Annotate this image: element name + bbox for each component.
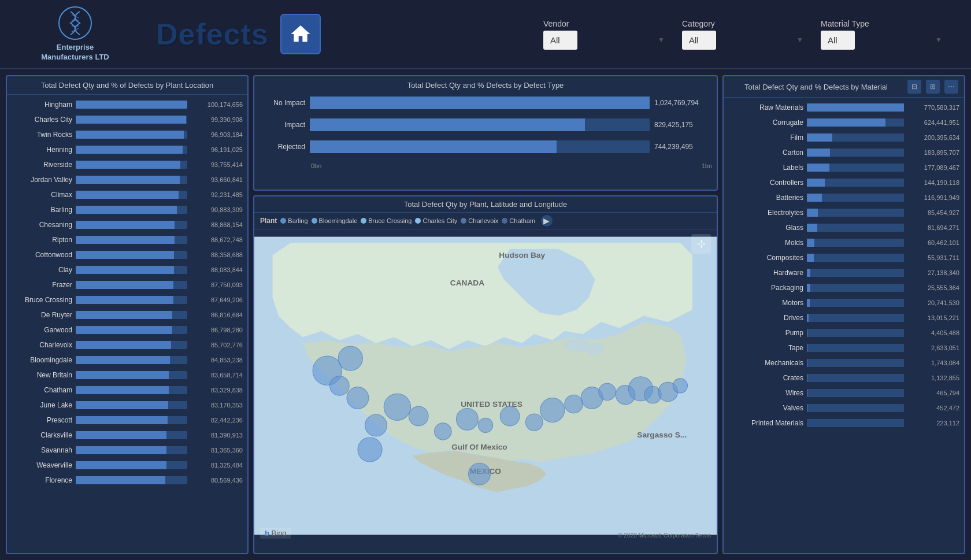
table-row[interactable]: Henning 96,191,025	[7, 142, 247, 157]
home-button[interactable]	[280, 14, 321, 54]
table-row[interactable]: Composites 55,931,711	[724, 250, 964, 265]
map-point[interactable]	[347, 387, 369, 409]
map-point[interactable]	[565, 395, 583, 413]
material-bar-track	[807, 374, 904, 382]
map-point[interactable]	[673, 379, 687, 393]
map-point[interactable]	[409, 406, 428, 426]
material-bar-track	[807, 209, 904, 217]
table-row[interactable]: Hardware 27,138,340	[724, 265, 964, 280]
vendor-select[interactable]: All	[543, 31, 577, 50]
table-row[interactable]: New Britain 83,658,714	[7, 368, 247, 383]
table-row[interactable]: Printed Materials 223,112	[724, 416, 964, 431]
plant-bar-list[interactable]: Hingham 100,174,656 Charles City 99,390,…	[7, 95, 247, 553]
map-point[interactable]	[469, 463, 491, 485]
table-icon-button[interactable]: ⊞	[926, 80, 940, 94]
material-bar-track	[807, 164, 904, 172]
table-row[interactable]: No Impact 1,024,769,794	[259, 97, 712, 109]
more-icon-button[interactable]: ⋯	[944, 80, 958, 94]
plant-bar-fill	[76, 401, 168, 409]
plant-label: Savannah	[12, 446, 72, 454]
map-point[interactable]	[540, 398, 565, 422]
table-row[interactable]: Motors 20,741,530	[724, 295, 964, 310]
table-row[interactable]: Hingham 100,174,656	[7, 97, 247, 112]
table-row[interactable]: Glass 81,694,271	[724, 220, 964, 235]
table-row[interactable]: Packaging 25,555,364	[724, 280, 964, 295]
filter-icon-button[interactable]: ⊟	[907, 80, 921, 94]
map-point[interactable]	[456, 408, 478, 430]
table-row[interactable]: Frazer 87,750,093	[7, 277, 247, 292]
table-row[interactable]: Barling 90,883,309	[7, 202, 247, 217]
page-title: Defects	[156, 17, 269, 51]
table-row[interactable]: Rejected 744,239,495	[259, 140, 712, 153]
table-row[interactable]: Film 200,395,634	[724, 130, 964, 145]
table-row[interactable]: Weaverville 81,325,484	[7, 458, 247, 473]
table-row[interactable]: Mechanicals 1,743,084	[724, 355, 964, 370]
plant-bar-fill	[76, 476, 165, 484]
table-row[interactable]: De Ruyter 86,816,684	[7, 307, 247, 322]
map-point[interactable]	[500, 406, 520, 426]
table-row[interactable]: Raw Materials 770,580,317	[724, 100, 964, 115]
table-row[interactable]: Climax 92,231,485	[7, 187, 247, 202]
table-row[interactable]: June Lake 83,170,353	[7, 398, 247, 413]
material-type-select-wrapper[interactable]: All	[821, 31, 948, 50]
material-list[interactable]: Raw Materials 770,580,317 Corrugate 624,…	[724, 98, 964, 553]
table-row[interactable]: Bruce Crossing 87,649,206	[7, 292, 247, 307]
category-select[interactable]: All	[682, 31, 716, 50]
vendor-select-wrapper[interactable]: All	[543, 31, 670, 50]
plant-bar-fill	[76, 341, 171, 349]
material-label: Batteries	[728, 194, 803, 202]
table-row[interactable]: Florence 80,569,436	[7, 473, 247, 488]
table-row[interactable]: Labels 177,089,467	[724, 160, 964, 175]
map-legend: Plant Barling Bloomingdale Bruce Crossin…	[254, 213, 717, 229]
table-row[interactable]: Carton 183,895,707	[724, 145, 964, 160]
table-row[interactable]: Pump 4,405,488	[724, 325, 964, 340]
table-row[interactable]: Garwood 86,798,280	[7, 322, 247, 338]
map-point[interactable]	[365, 414, 387, 436]
table-row[interactable]: Cottonwood 88,358,688	[7, 247, 247, 262]
table-row[interactable]: Jordan Valley 93,660,841	[7, 172, 247, 187]
table-row[interactable]: Prescott 82,442,236	[7, 413, 247, 428]
material-type-select[interactable]: All	[821, 31, 855, 50]
plant-value: 88,672,748	[191, 236, 243, 243]
map-point[interactable]	[330, 376, 350, 396]
table-row[interactable]: Clarksville 81,390,913	[7, 428, 247, 443]
table-row[interactable]: Controllers 144,190,118	[724, 175, 964, 190]
plant-bar-track	[76, 416, 187, 424]
table-row[interactable]: Tape 2,633,051	[724, 340, 964, 355]
map-cursor-button[interactable]: ⊹	[691, 234, 711, 254]
table-row[interactable]: Clay 88,083,844	[7, 262, 247, 277]
map-container: ⊹	[254, 229, 717, 542]
map-point[interactable]	[599, 383, 616, 400]
table-row[interactable]: Drives 13,015,221	[724, 310, 964, 325]
table-row[interactable]: Molds 60,462,101	[724, 235, 964, 250]
table-row[interactable]: Crates 1,132,855	[724, 370, 964, 385]
material-bar-track	[807, 404, 904, 412]
map-point[interactable]	[435, 423, 451, 440]
legend-next-button[interactable]: ▶	[541, 215, 553, 227]
table-row[interactable]: Electrolytes 85,454,927	[724, 205, 964, 220]
map-point[interactable]	[338, 346, 362, 370]
plant-label: New Britain	[12, 371, 72, 379]
table-row[interactable]: Charlevoix 85,702,776	[7, 338, 247, 353]
plant-bar-fill	[76, 296, 173, 304]
table-row[interactable]: Wires 465,794	[724, 385, 964, 400]
plant-label: Climax	[12, 191, 72, 199]
map-point[interactable]	[478, 418, 492, 432]
table-row[interactable]: Charles City 99,390,908	[7, 112, 247, 127]
table-row[interactable]: Riverside 93,755,414	[7, 157, 247, 172]
map-point[interactable]	[358, 437, 382, 462]
map-point[interactable]	[525, 414, 542, 431]
map-point[interactable]	[384, 394, 410, 420]
table-row[interactable]: Ripton 88,672,748	[7, 232, 247, 247]
table-row[interactable]: Impact 829,425,175	[259, 118, 712, 131]
table-row[interactable]: Savannah 81,365,360	[7, 443, 247, 458]
table-row[interactable]: Batteries 116,991,949	[724, 190, 964, 205]
table-row[interactable]: Chatham 83,329,838	[7, 383, 247, 398]
category-select-wrapper[interactable]: All	[682, 31, 809, 50]
table-row[interactable]: Corrugate 624,441,951	[724, 115, 964, 130]
material-bar-track	[807, 329, 904, 337]
table-row[interactable]: Bloomingdale 84,853,238	[7, 353, 247, 368]
table-row[interactable]: Valves 452,472	[724, 400, 964, 416]
table-row[interactable]: Twin Rocks 96,903,184	[7, 127, 247, 142]
table-row[interactable]: Chesaning 88,868,154	[7, 217, 247, 232]
